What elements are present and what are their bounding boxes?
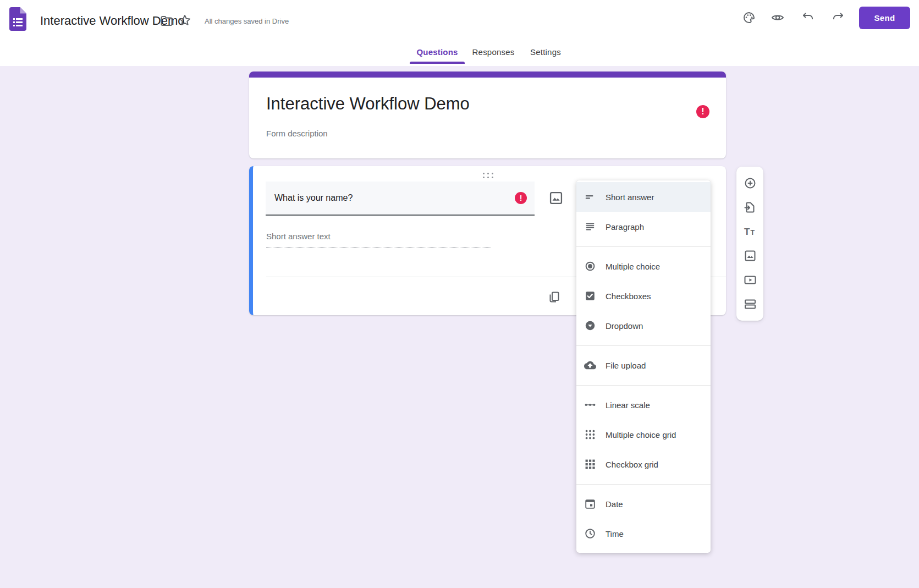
menu-item-multiple-choice-grid[interactable]: Multiple choice grid bbox=[576, 420, 711, 449]
menu-item-file-upload[interactable]: File upload bbox=[576, 350, 711, 380]
menu-item-linear-scale[interactable]: Linear scale bbox=[576, 390, 711, 420]
question-error-icon: ! bbox=[515, 192, 527, 204]
question-text: What is your name? bbox=[274, 182, 353, 215]
svg-text:T: T bbox=[750, 229, 755, 237]
app-header: Interactive Workflow Demo All changes sa… bbox=[0, 0, 919, 66]
question-type-menu: Short answer Paragraph Multiple choice C… bbox=[576, 180, 711, 553]
add-title-icon[interactable]: T T bbox=[744, 225, 757, 238]
file-upload-icon bbox=[584, 359, 596, 371]
drag-handle-icon[interactable] bbox=[481, 173, 495, 178]
tab-responses[interactable]: Responses bbox=[468, 41, 519, 64]
import-questions-icon[interactable] bbox=[744, 201, 757, 214]
linear-scale-icon bbox=[584, 399, 596, 411]
add-image-icon[interactable] bbox=[744, 249, 757, 262]
tab-settings[interactable]: Settings bbox=[526, 41, 565, 64]
duplicate-question-icon[interactable] bbox=[548, 290, 561, 304]
send-button[interactable]: Send bbox=[859, 7, 910, 29]
checkbox-grid-icon bbox=[584, 458, 596, 470]
menu-item-short-answer[interactable]: Short answer bbox=[576, 182, 711, 212]
theme-color-strip bbox=[249, 72, 726, 78]
short-answer-icon bbox=[584, 191, 596, 203]
form-title-input[interactable]: Interactive Workflow Demo bbox=[266, 94, 470, 114]
menu-divider bbox=[576, 246, 711, 247]
menu-divider bbox=[576, 345, 711, 346]
floating-toolbar: T T bbox=[736, 167, 763, 321]
form-title-card: Interactive Workflow Demo Form descripti… bbox=[249, 72, 726, 158]
dropdown-icon bbox=[584, 320, 596, 332]
add-section-icon[interactable] bbox=[744, 298, 757, 311]
customize-theme-icon[interactable] bbox=[742, 11, 756, 24]
date-icon bbox=[584, 498, 596, 510]
form-description-input[interactable]: Form description bbox=[266, 129, 328, 138]
answer-preview: Short answer text bbox=[266, 228, 491, 248]
save-status: All changes saved in Drive bbox=[205, 17, 289, 25]
menu-item-paragraph[interactable]: Paragraph bbox=[576, 212, 711, 241]
tab-questions[interactable]: Questions bbox=[410, 41, 465, 64]
preview-icon[interactable] bbox=[771, 11, 784, 24]
menu-divider bbox=[576, 385, 711, 386]
checkboxes-icon bbox=[584, 290, 596, 302]
form-error-icon: ! bbox=[696, 105, 709, 118]
menu-item-dropdown[interactable]: Dropdown bbox=[576, 311, 711, 340]
undo-icon[interactable] bbox=[801, 11, 815, 24]
time-icon bbox=[584, 527, 596, 540]
svg-text:T: T bbox=[744, 227, 750, 237]
active-tab-underline bbox=[410, 62, 465, 64]
add-question-icon[interactable] bbox=[744, 177, 757, 190]
move-folder-icon[interactable] bbox=[160, 14, 173, 28]
paragraph-icon bbox=[584, 221, 596, 233]
menu-item-checkbox-grid[interactable]: Checkbox grid bbox=[576, 449, 711, 479]
multiple-choice-icon bbox=[584, 260, 596, 272]
menu-divider bbox=[576, 484, 711, 485]
question-text-input[interactable]: What is your name? ! bbox=[266, 182, 535, 216]
add-question-image-icon[interactable] bbox=[548, 190, 564, 206]
menu-item-date[interactable]: Date bbox=[576, 489, 711, 519]
redo-icon[interactable] bbox=[832, 11, 845, 24]
multiple-choice-grid-icon bbox=[584, 428, 596, 441]
menu-item-time[interactable]: Time bbox=[576, 519, 711, 548]
menu-item-multiple-choice[interactable]: Multiple choice bbox=[576, 251, 711, 281]
menu-item-checkboxes[interactable]: Checkboxes bbox=[576, 281, 711, 311]
answer-placeholder: Short answer text bbox=[266, 228, 491, 245]
star-icon[interactable] bbox=[178, 13, 192, 28]
add-video-icon[interactable] bbox=[744, 273, 757, 287]
forms-logo-icon[interactable] bbox=[9, 7, 26, 31]
